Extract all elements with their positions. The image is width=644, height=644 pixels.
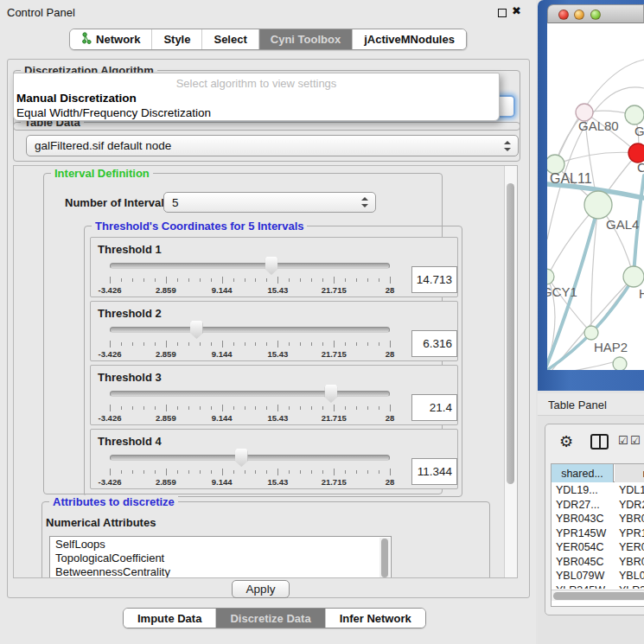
threshold-value-field[interactable]: 21.4 <box>411 394 457 421</box>
table-cell[interactable]: YDL19... <box>556 483 613 496</box>
network-window-titlebar[interactable] <box>547 4 644 23</box>
tick-mark <box>188 470 189 474</box>
table-row[interactable]: YDR27...YDR2 <box>552 498 644 513</box>
split-view-icon[interactable] <box>590 434 609 450</box>
scrollbar-thumb[interactable] <box>507 183 514 484</box>
tick-mark <box>277 469 278 475</box>
threshold-slider[interactable]: -3.4262.8599.14415.4321.71528 <box>110 238 390 298</box>
table-row[interactable]: YBR045CYBR0 <box>552 555 644 570</box>
tick-label: 15.43 <box>268 285 289 295</box>
threshold-block: Threshold 1 -3.4262.8599.14415.4321.7152… <box>90 237 458 297</box>
network-canvas[interactable]: GAL80 G C GAL11 GAL4 GCY1 H HAP2 <box>547 23 644 370</box>
table-row[interactable]: YBR043CYBR0 <box>552 512 644 526</box>
settings-scrollbar[interactable] <box>504 166 517 577</box>
threshold-value-field[interactable]: 11.344 <box>411 458 457 485</box>
table-cell[interactable]: YBL079W <box>556 569 613 582</box>
slider-track[interactable] <box>110 263 390 269</box>
attribute-list-item[interactable]: SelfLoops <box>50 537 391 551</box>
node-h[interactable] <box>623 266 644 287</box>
attribute-list-item[interactable]: TopologicalCoefficient <box>50 551 391 564</box>
slider-track[interactable] <box>110 327 390 333</box>
node-gal4[interactable] <box>584 191 612 219</box>
close-traffic-light-icon[interactable] <box>558 10 569 20</box>
close-icon[interactable]: ✖ <box>512 4 521 17</box>
column-header-shared-name[interactable]: shared... <box>552 464 614 482</box>
table-row[interactable]: YLR345WYLR3 <box>552 583 644 590</box>
slider-handle[interactable] <box>190 321 203 339</box>
tab-impute-data[interactable]: Impute Data <box>124 609 216 628</box>
tab-network[interactable]: Network <box>70 29 152 49</box>
slider-handle[interactable] <box>235 449 248 467</box>
table-data-combobox[interactable]: galFiltered.sif default node <box>26 135 519 156</box>
node-hap2[interactable] <box>584 326 598 340</box>
table-cell[interactable]: YBL0 <box>619 569 644 582</box>
attribute-list-item[interactable]: BetweennessCentrality <box>50 564 391 578</box>
checkbox-icon[interactable]: ☑ <box>618 434 628 447</box>
table-cell[interactable]: YLR345W <box>556 583 613 590</box>
dropdown-option-equal-width[interactable]: Equal Width/Frequency Discretization <box>16 106 211 119</box>
table-horizontal-scrollbar[interactable] <box>552 590 644 601</box>
zoom-traffic-light-icon[interactable] <box>590 10 601 20</box>
table-cell[interactable]: YER0 <box>619 540 644 553</box>
table-cell[interactable]: YDR2 <box>619 498 644 511</box>
tab-discretize-data[interactable]: Discretize Data <box>216 609 325 628</box>
scrollbar-thumb[interactable] <box>381 539 388 577</box>
tick-label: 21.715 <box>322 477 347 487</box>
table-cell[interactable]: YPR145W <box>556 526 613 539</box>
checkbox-icon[interactable]: ☑ <box>630 434 641 447</box>
table-cell[interactable]: YBR043C <box>556 512 613 525</box>
float-window-icon[interactable] <box>498 9 507 17</box>
table-cell[interactable]: YLR3 <box>619 583 644 590</box>
slider-handle[interactable] <box>324 385 337 403</box>
table-cell[interactable]: YDL1 <box>619 483 644 496</box>
tab-infer-network[interactable]: Infer Network <box>326 609 425 628</box>
num-intervals-combobox[interactable]: 5 <box>163 192 376 213</box>
slider-track[interactable] <box>110 455 390 461</box>
tab-jactivemnodules[interactable]: jActiveMNodules <box>353 29 466 49</box>
table-row[interactable]: YER054CYER0 <box>552 540 644 555</box>
gear-icon[interactable]: ⚙ <box>559 432 573 450</box>
attributes-scrollbar[interactable] <box>379 538 390 578</box>
minimize-traffic-light-icon[interactable] <box>574 10 584 20</box>
tick-label: 28 <box>386 413 395 423</box>
tick-mark <box>188 342 189 346</box>
table-row[interactable]: YBL079WYBL0 <box>552 569 644 583</box>
column-header-name[interactable]: n <box>615 464 644 482</box>
table-row[interactable]: YDL19...YDL1 <box>552 483 644 498</box>
node-gcy1[interactable] <box>547 269 554 284</box>
table-cell[interactable]: YDR27... <box>556 498 613 511</box>
tab-select[interactable]: Select <box>202 29 258 49</box>
node-attribute-table[interactable]: shared... n YDL19...YDL1YDR27...YDR2YBR0… <box>551 463 644 607</box>
node-partial-top-right[interactable] <box>625 105 644 124</box>
threshold-slider[interactable]: -3.4262.8599.14415.4321.71528 <box>110 366 390 426</box>
slider-handle[interactable] <box>265 257 278 275</box>
tab-cyni-toolbox[interactable]: Cyni Toolbox <box>259 29 353 49</box>
threshold-value-field[interactable]: 14.713 <box>411 266 457 293</box>
spinner-arrows-icon <box>361 197 368 207</box>
node-bottom-partial[interactable] <box>613 357 627 370</box>
tick-label: 28 <box>386 477 395 487</box>
slider-track[interactable] <box>110 391 390 397</box>
threshold-value-field[interactable]: 6.316 <box>411 330 457 357</box>
table-row[interactable]: YPR145WYPR1 <box>552 526 644 541</box>
tab-label: Select <box>214 33 246 46</box>
table-cell[interactable]: YBR045C <box>556 555 613 568</box>
threshold-slider[interactable]: -3.4262.8599.14415.4321.71528 <box>110 302 390 362</box>
scrollbar-thumb[interactable] <box>553 592 644 600</box>
slider-ticks <box>110 469 390 476</box>
apply-button[interactable]: Apply <box>232 580 290 598</box>
tick-mark <box>188 278 189 282</box>
table-cell[interactable]: YBR0 <box>619 555 644 568</box>
tab-style[interactable]: Style <box>152 29 202 49</box>
tick-mark <box>132 342 133 346</box>
table-cell[interactable]: YPR1 <box>619 526 644 539</box>
numerical-attributes-list[interactable]: SelfLoopsTopologicalCoefficientBetweenne… <box>49 536 392 578</box>
settings-scroll-area: Interval Definition Number of Intervals … <box>13 165 518 578</box>
tick-mark <box>222 341 223 348</box>
table-cell[interactable]: YER054C <box>556 540 613 553</box>
tab-label: Cyni Toolbox <box>271 33 341 46</box>
tick-mark <box>289 406 290 410</box>
dropdown-option-manual[interactable]: Manual Discretization <box>16 92 137 105</box>
table-cell[interactable]: YBR0 <box>619 512 644 525</box>
threshold-slider[interactable]: -3.4262.8599.14415.4321.71528 <box>110 430 390 490</box>
